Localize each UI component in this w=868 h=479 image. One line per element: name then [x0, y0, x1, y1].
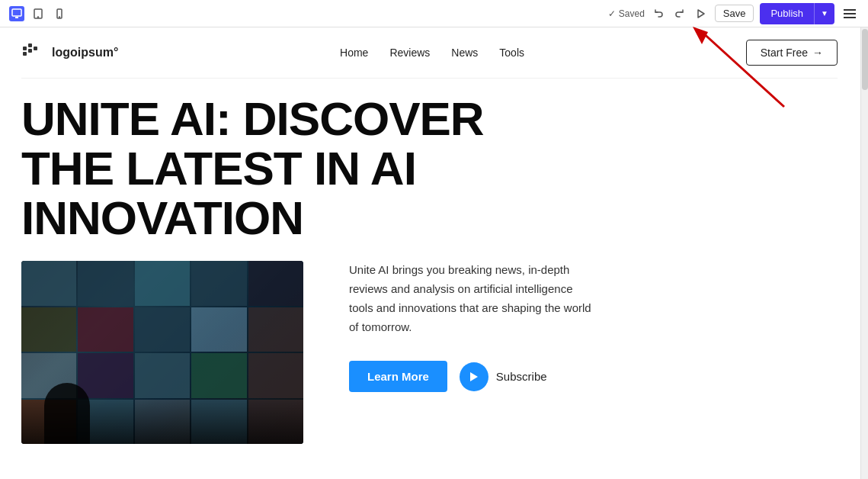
svg-marker-6: [698, 10, 704, 18]
hero-image: [21, 261, 303, 444]
play-icon: [460, 362, 488, 391]
toolbar-left: [9, 6, 67, 21]
mosaic-cell: [135, 353, 190, 398]
mosaic-cell: [135, 261, 190, 306]
svg-marker-12: [470, 372, 478, 381]
site-nav-links: Home Reviews News Tools: [340, 47, 524, 59]
hero-description: Unite AI brings you breaking news, in-de…: [349, 261, 593, 336]
play-preview-icon[interactable]: [693, 6, 709, 21]
svg-point-3: [38, 17, 39, 18]
learn-more-button[interactable]: Learn More: [349, 361, 447, 392]
check-icon: ✓: [608, 8, 616, 19]
svg-rect-10: [34, 47, 37, 50]
mosaic-cell: [191, 307, 246, 352]
hero-body: Unite AI brings you breaking news, in-de…: [21, 261, 838, 444]
mosaic-cell: [21, 307, 76, 352]
mosaic-cell: [248, 353, 303, 398]
main-content: logoipsum° Home Reviews News Tools Start…: [0, 27, 868, 479]
mobile-icon[interactable]: [52, 6, 67, 21]
saved-label-text: Saved: [619, 8, 645, 19]
publish-dropdown-button[interactable]: ▼: [814, 3, 834, 24]
nav-link-tools[interactable]: Tools: [499, 47, 524, 59]
menu-line-2: [844, 13, 856, 14]
nav-link-reviews[interactable]: Reviews: [389, 47, 430, 59]
logo-icon: [21, 40, 46, 65]
mosaic-cell: [78, 307, 133, 352]
menu-line-3: [844, 17, 856, 18]
logo-text: logoipsum°: [52, 46, 118, 59]
mosaic-cell: [21, 261, 76, 306]
subscribe-label: Subscribe: [496, 370, 547, 383]
nav-link-home[interactable]: Home: [340, 47, 368, 59]
svg-rect-7: [23, 47, 27, 50]
svg-rect-0: [12, 9, 21, 16]
toolbar-right: ✓ Saved Save Publish ▼: [608, 3, 859, 24]
redo-icon[interactable]: [672, 6, 687, 21]
hero-title: UNITE AI: DISCOVER THE LATEST IN AI INNO…: [21, 94, 555, 243]
hero-actions: Learn More Subscribe: [349, 361, 838, 392]
start-free-button[interactable]: Start Free →: [746, 40, 838, 66]
svg-point-5: [59, 17, 60, 18]
svg-rect-9: [28, 49, 32, 53]
publish-btn-group: Publish ▼: [760, 3, 834, 24]
mosaic-cell: [191, 353, 246, 398]
publish-button[interactable]: Publish: [760, 3, 814, 24]
saved-status: ✓ Saved: [608, 8, 645, 19]
silhouette: [44, 383, 90, 444]
svg-rect-11: [23, 52, 27, 56]
site-nav: logoipsum° Home Reviews News Tools Start…: [21, 27, 838, 79]
menu-icon[interactable]: [841, 6, 859, 21]
scrollbar[interactable]: [860, 27, 868, 479]
svg-rect-1: [15, 17, 18, 18]
svg-rect-8: [28, 43, 32, 47]
scrollbar-thumb: [862, 29, 868, 90]
mosaic-cell: [135, 307, 190, 352]
mosaic-cell: [248, 307, 303, 352]
undo-icon[interactable]: [651, 6, 666, 21]
mosaic-cell: [248, 261, 303, 306]
tablet-icon[interactable]: [30, 6, 46, 21]
mosaic-cell: [191, 261, 246, 306]
hero-right: Unite AI brings you breaking news, in-de…: [349, 261, 838, 392]
start-free-arrow: →: [812, 47, 823, 59]
toolbar: ✓ Saved Save Publish ▼: [0, 0, 868, 27]
monitor-icon[interactable]: [9, 6, 24, 21]
site-logo: logoipsum°: [21, 40, 118, 65]
save-button[interactable]: Save: [715, 5, 754, 22]
mosaic-cell: [78, 353, 133, 398]
subscribe-button[interactable]: Subscribe: [460, 362, 547, 391]
start-free-label: Start Free: [761, 47, 808, 59]
mosaic-cell: [78, 261, 133, 306]
nav-link-news[interactable]: News: [451, 47, 478, 59]
menu-line-1: [844, 9, 856, 11]
